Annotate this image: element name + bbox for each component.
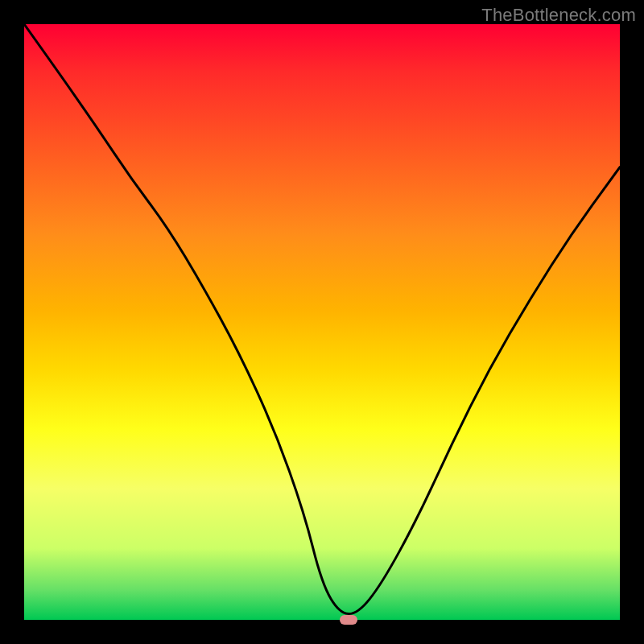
bottleneck-curve bbox=[24, 24, 620, 620]
chart-frame: TheBottleneck.com bbox=[0, 0, 644, 644]
dip-marker bbox=[340, 615, 357, 625]
plot-area bbox=[24, 24, 620, 620]
watermark-text: TheBottleneck.com bbox=[481, 5, 636, 26]
